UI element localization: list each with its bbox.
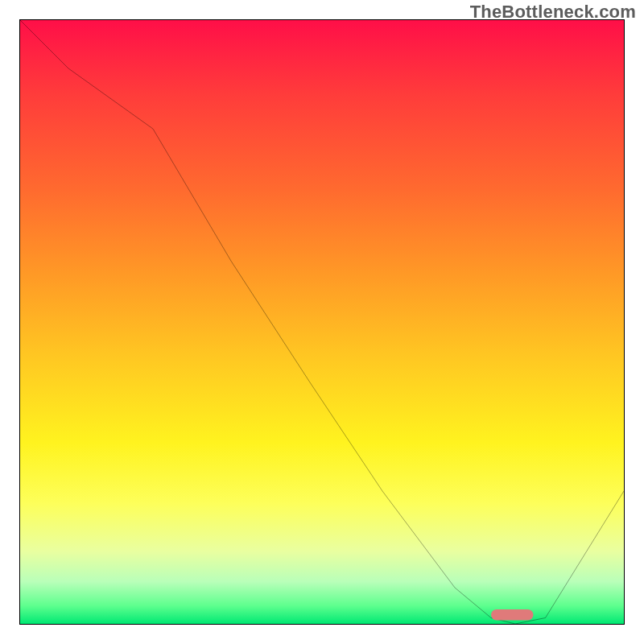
optimal-marker [491,609,534,621]
chart-container: TheBottleneck.com [0,0,644,644]
chart-svg [20,20,624,624]
bottleneck-curve [20,20,624,624]
plot-area [19,19,625,625]
